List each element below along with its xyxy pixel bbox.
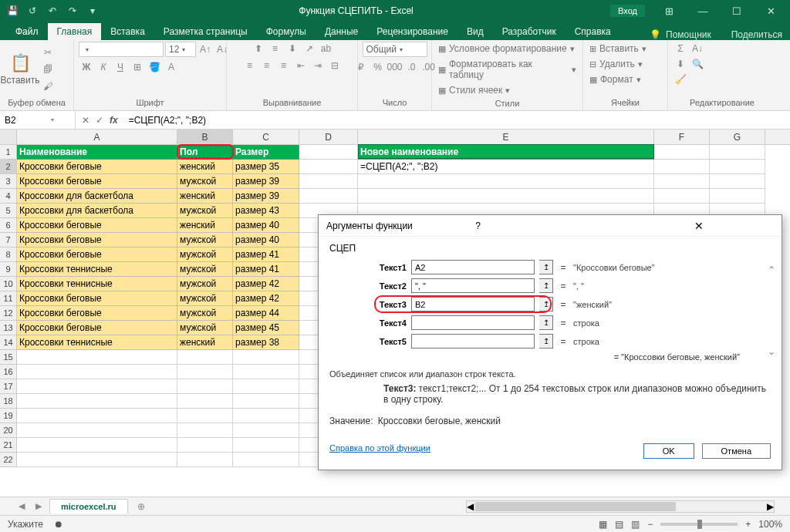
tab-file[interactable]: Файл [6, 23, 48, 40]
cell[interactable]: Кроссовки беговые [17, 160, 177, 174]
maximize-icon[interactable]: ☐ [721, 0, 753, 22]
font-name-combo[interactable]: ▾ [79, 42, 164, 57]
row-header[interactable]: 16 [0, 365, 17, 379]
cell[interactable]: размер 39 [233, 174, 299, 189]
cell[interactable] [299, 174, 358, 189]
cell[interactable] [177, 423, 233, 438]
cell[interactable] [17, 379, 177, 394]
decimal-inc-icon[interactable]: .0 [404, 60, 420, 74]
share-button[interactable]: Поделиться [731, 29, 782, 40]
cell[interactable]: Кроссовки для баскетбола [17, 189, 177, 204]
cell[interactable] [177, 453, 233, 467]
ok-button[interactable]: OK [643, 443, 694, 459]
name-box-input[interactable] [5, 115, 51, 126]
cell[interactable] [177, 365, 233, 379]
cell[interactable]: Новое наименование [358, 145, 654, 160]
cell[interactable]: женский [177, 189, 233, 204]
row-header[interactable]: 6 [0, 218, 17, 233]
cell[interactable]: размер 42 [233, 277, 299, 291]
cell[interactable]: размер 40 [233, 233, 299, 247]
conditional-format-button[interactable]: ▦ Условное форматирование ▾ [437, 42, 576, 56]
cell[interactable]: Кроссовки для баскетбола [17, 204, 177, 218]
arg-input[interactable] [411, 278, 535, 293]
align-top-icon[interactable]: ⬆ [251, 42, 266, 56]
args-scrollbar[interactable]: ⌃⌄ [768, 264, 780, 357]
cell[interactable] [654, 145, 710, 160]
delete-cells-button[interactable]: ⊟ Удалить ▾ [588, 57, 644, 71]
ribbon-options-icon[interactable]: ⊞ [653, 0, 685, 22]
cell[interactable] [233, 365, 299, 379]
accept-formula-icon[interactable]: ✓ [96, 115, 103, 126]
merge-icon[interactable]: ⊟ [327, 59, 343, 72]
zoom-level[interactable]: 100% [758, 519, 782, 530]
tell-me[interactable]: Помощник [666, 29, 711, 40]
tab-insert[interactable]: Вставка [101, 23, 154, 40]
cell[interactable] [17, 409, 177, 423]
sort-icon[interactable]: A↓ [690, 42, 705, 56]
cell[interactable] [233, 423, 299, 438]
row-header[interactable]: 10 [0, 277, 17, 291]
align-middle-icon[interactable]: ≡ [268, 42, 283, 56]
zoom-slider[interactable] [660, 523, 738, 526]
cell[interactable] [177, 394, 233, 409]
cell[interactable]: Размер [233, 145, 299, 160]
dialog-help-link[interactable]: Справка по этой функции [329, 443, 430, 459]
cell[interactable]: Кроссовки беговые [17, 233, 177, 247]
cell[interactable] [358, 174, 654, 189]
fill-color-icon[interactable]: 🪣 [147, 60, 162, 74]
cell[interactable] [233, 438, 299, 453]
cancel-button[interactable]: Отмена [702, 443, 771, 459]
cell[interactable]: Кроссовки беговые [17, 291, 177, 306]
collapse-dialog-icon[interactable]: ↥ [539, 297, 553, 311]
format-cells-button[interactable]: ▦ Формат ▾ [588, 72, 643, 86]
row-header[interactable]: 22 [0, 453, 17, 467]
cell[interactable]: мужской [177, 233, 233, 247]
row-header[interactable]: 9 [0, 262, 17, 277]
fx-icon[interactable]: fx [110, 115, 118, 126]
row-header[interactable]: 2 [0, 160, 17, 174]
align-center-icon[interactable]: ≡ [259, 59, 275, 72]
insert-cells-button[interactable]: ⊞ Вставить ▾ [588, 42, 648, 56]
cell[interactable]: мужской [177, 174, 233, 189]
collapse-dialog-icon[interactable]: ↥ [539, 315, 553, 330]
cell[interactable] [233, 453, 299, 467]
autosum-icon[interactable]: Σ [673, 42, 688, 56]
cell[interactable]: размер 41 [233, 247, 299, 262]
tab-home[interactable]: Главная [48, 23, 102, 40]
cell[interactable] [177, 438, 233, 453]
align-left-icon[interactable]: ≡ [242, 59, 258, 72]
cell[interactable] [17, 453, 177, 467]
cell[interactable] [177, 350, 233, 365]
cell[interactable]: Кроссовки теннисные [17, 277, 177, 291]
italic-icon[interactable]: К [96, 60, 111, 74]
col-header-e[interactable]: E [358, 130, 654, 144]
fill-icon[interactable]: ⬇ [673, 57, 688, 71]
cell[interactable]: =СЦЕП(A2;", ";B2) [358, 160, 654, 174]
row-header[interactable]: 14 [0, 335, 17, 350]
cell-styles-button[interactable]: ▦ Стили ячеек ▾ [437, 83, 511, 97]
cell[interactable]: размер 44 [233, 306, 299, 321]
row-header[interactable]: 7 [0, 233, 17, 247]
sheet-nav-prev-icon[interactable]: ◀ [15, 501, 28, 511]
cell[interactable]: женский [177, 160, 233, 174]
row-header[interactable]: 19 [0, 409, 17, 423]
cell[interactable]: мужской [177, 306, 233, 321]
dialog-close-icon[interactable]: ✕ [625, 220, 774, 232]
view-break-icon[interactable]: ▥ [631, 519, 640, 530]
cell[interactable] [17, 350, 177, 365]
cell[interactable] [710, 160, 765, 174]
collapse-dialog-icon[interactable]: ↥ [539, 260, 553, 274]
align-right-icon[interactable]: ≡ [276, 59, 292, 72]
arg-input[interactable] [411, 334, 535, 348]
tab-developer[interactable]: Разработчик [493, 23, 565, 40]
cell[interactable] [299, 189, 358, 204]
col-header-c[interactable]: C [233, 130, 299, 144]
wrap-text-icon[interactable]: ab [319, 42, 334, 56]
cell[interactable]: размер 38 [233, 335, 299, 350]
cell[interactable] [233, 394, 299, 409]
cell[interactable] [654, 189, 710, 204]
add-sheet-icon[interactable]: ⊕ [133, 498, 150, 515]
row-header[interactable]: 3 [0, 174, 17, 189]
arg-input[interactable] [411, 315, 535, 330]
cell[interactable] [177, 379, 233, 394]
